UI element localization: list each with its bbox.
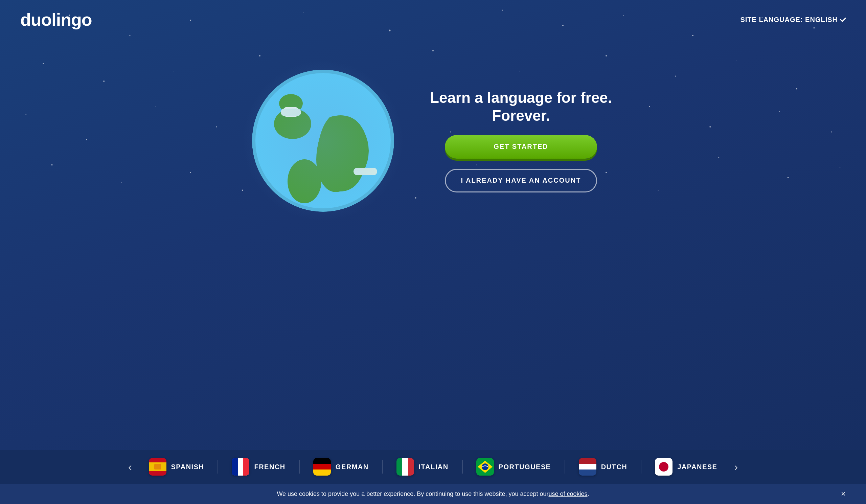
language-label-spanish: SPANISH bbox=[171, 463, 204, 471]
svg-point-88 bbox=[659, 462, 668, 471]
get-started-button[interactable]: GET STARTED bbox=[445, 135, 597, 159]
flag-portuguese bbox=[476, 458, 494, 475]
language-label-japanese: JAPANESE bbox=[677, 463, 717, 471]
flag-french bbox=[232, 458, 249, 475]
page-wrapper: duolingo SITE LANGUAGE: ENGLISH bbox=[0, 0, 866, 504]
cookie-link[interactable]: use of cookies bbox=[549, 491, 588, 497]
language-label-french: FRENCH bbox=[254, 463, 285, 471]
site-language-selector[interactable]: SITE LANGUAGE: ENGLISH bbox=[740, 16, 846, 24]
chevron-down-icon bbox=[840, 15, 846, 22]
svg-rect-84 bbox=[579, 464, 596, 470]
cookie-close-button[interactable]: × bbox=[841, 489, 846, 499]
svg-rect-72 bbox=[313, 464, 331, 470]
language-item-dutch[interactable]: DUTCH bbox=[579, 458, 628, 475]
svg-rect-85 bbox=[579, 470, 596, 475]
svg-rect-77 bbox=[408, 458, 414, 475]
svg-rect-83 bbox=[579, 458, 596, 464]
sep-2 bbox=[299, 460, 300, 473]
language-item-french[interactable]: FRENCH bbox=[232, 458, 285, 475]
globe-glow bbox=[242, 59, 404, 222]
flag-dutch bbox=[579, 458, 596, 475]
flag-es-svg bbox=[149, 458, 166, 475]
flag-italian bbox=[397, 458, 414, 475]
globe-container bbox=[252, 70, 394, 212]
right-content: Learn a language for free. Forever. GET … bbox=[428, 89, 614, 192]
sep-4 bbox=[462, 460, 463, 473]
flag-nl-svg bbox=[579, 458, 596, 475]
language-item-spanish[interactable]: SPANISH bbox=[149, 458, 204, 475]
language-item-japanese[interactable]: JAPANESE bbox=[655, 458, 717, 475]
cookie-period: . bbox=[588, 491, 589, 497]
next-icon: › bbox=[734, 461, 738, 473]
flag-spanish bbox=[149, 458, 166, 475]
prev-icon: ‹ bbox=[128, 461, 132, 473]
svg-rect-75 bbox=[397, 458, 402, 475]
flag-ja-svg bbox=[655, 458, 673, 475]
svg-rect-60 bbox=[154, 464, 161, 470]
logo: duolingo bbox=[20, 10, 92, 30]
language-item-italian[interactable]: ITALIAN bbox=[397, 458, 448, 475]
language-bar: ‹ SPANISH bbox=[0, 450, 866, 484]
svg-rect-67 bbox=[232, 458, 238, 475]
language-label-german: GERMAN bbox=[335, 463, 369, 471]
language-item-portuguese[interactable]: PORTUGUESE bbox=[476, 458, 551, 475]
header: duolingo SITE LANGUAGE: ENGLISH bbox=[0, 0, 866, 39]
cookie-bar: We use cookies to provide you a better e… bbox=[0, 484, 866, 504]
language-label-portuguese: PORTUGUESE bbox=[499, 463, 551, 471]
svg-rect-71 bbox=[313, 458, 331, 464]
sep-5 bbox=[565, 460, 565, 473]
sep-6 bbox=[641, 460, 641, 473]
flag-de-svg bbox=[313, 458, 331, 475]
next-language-button[interactable]: › bbox=[731, 457, 741, 477]
svg-rect-68 bbox=[238, 458, 243, 475]
hero-tagline: Learn a language for free. Forever. bbox=[428, 89, 614, 125]
main-content: Learn a language for free. Forever. GET … bbox=[0, 39, 866, 242]
have-account-button[interactable]: I ALREADY HAVE AN ACCOUNT bbox=[445, 169, 597, 192]
language-label-dutch: DUTCH bbox=[601, 463, 628, 471]
site-language-label: SITE LANGUAGE: ENGLISH bbox=[740, 16, 837, 24]
flag-german bbox=[313, 458, 331, 475]
sep-3 bbox=[382, 460, 383, 473]
flag-japanese bbox=[655, 458, 673, 475]
svg-rect-76 bbox=[402, 458, 408, 475]
flag-it-svg bbox=[397, 458, 414, 475]
svg-rect-73 bbox=[313, 470, 331, 475]
svg-rect-69 bbox=[243, 458, 249, 475]
flag-fr-svg bbox=[232, 458, 249, 475]
sep-1 bbox=[218, 460, 218, 473]
prev-language-button[interactable]: ‹ bbox=[125, 457, 135, 477]
flag-pt-svg bbox=[476, 458, 494, 475]
language-item-german[interactable]: GERMAN bbox=[313, 458, 369, 475]
language-label-italian: ITALIAN bbox=[419, 463, 448, 471]
content-area: Learn a language for free. Forever. GET … bbox=[0, 39, 866, 450]
cookie-message: We use cookies to provide you a better e… bbox=[277, 491, 548, 497]
